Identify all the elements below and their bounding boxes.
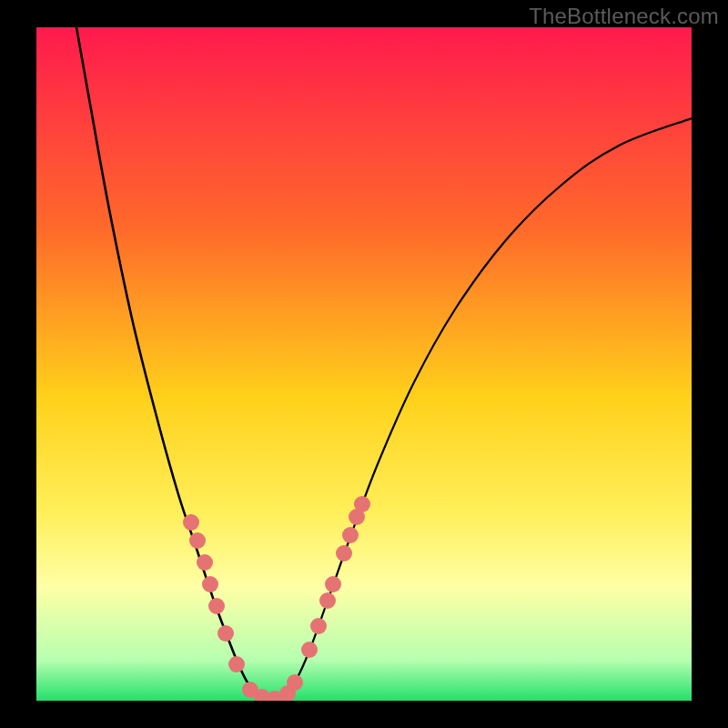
data-marker xyxy=(336,545,352,561)
data-marker xyxy=(208,598,225,614)
data-marker xyxy=(301,642,318,658)
data-marker xyxy=(325,576,341,592)
chart-stage: { "watermark": { "text": "TheBottleneck.… xyxy=(0,0,728,728)
data-marker xyxy=(319,592,336,609)
data-marker xyxy=(189,532,206,549)
data-marker xyxy=(197,554,213,571)
watermark-text: TheBottleneck.com xyxy=(529,4,719,29)
bottleneck-chart xyxy=(0,0,728,728)
data-marker xyxy=(287,674,303,691)
data-marker xyxy=(217,625,234,642)
data-marker xyxy=(202,576,218,592)
data-marker xyxy=(342,527,359,543)
data-marker xyxy=(310,618,327,634)
data-marker xyxy=(354,496,370,512)
data-marker xyxy=(183,514,199,531)
gradient-panel xyxy=(36,27,692,701)
data-marker xyxy=(228,656,245,672)
